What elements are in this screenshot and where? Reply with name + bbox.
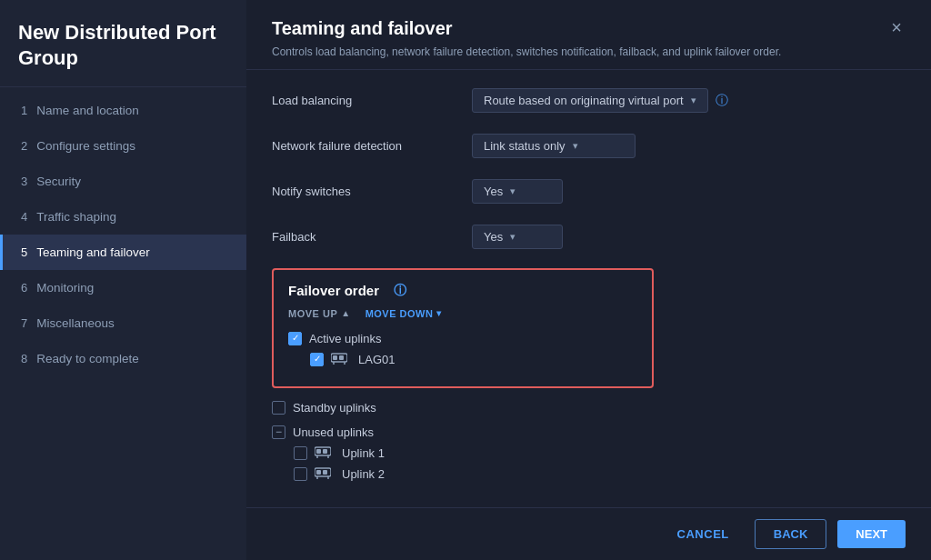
dialog-header-text: Teaming and failover Controls load balan… [272,18,781,60]
move-up-button[interactable]: MOVE UP ▲ [288,308,351,319]
sidebar-item-security[interactable]: 3 Security [0,164,246,199]
svg-rect-6 [316,449,321,454]
step-3-num: 3 [21,175,27,188]
sidebar-item-name-location[interactable]: 1 Name and location [0,93,246,128]
uplink1-row: Uplink 1 [272,443,906,464]
sidebar-item-label-7: Miscellaneous [36,316,115,330]
sidebar-item-configure-settings[interactable]: 2 Configure settings [0,128,246,164]
back-button[interactable]: BACK [755,519,827,549]
sidebar-item-teaming-failover[interactable]: 5 Teaming and failover [0,235,246,270]
notify-switches-control: Yes ▾ [472,179,563,204]
step-8-num: 8 [21,352,27,365]
sidebar-item-label-2: Configure settings [36,139,135,153]
main-dialog: Teaming and failover Controls load balan… [246,0,931,560]
load-balancing-control: Route based on originating virtual port … [472,88,728,113]
unused-uplinks-label: Unused uplinks [293,425,374,439]
lag01-checkbox[interactable] [310,353,324,366]
uplink2-label: Uplink 2 [342,467,385,481]
failback-row: Failback Yes ▾ [272,223,906,252]
load-balancing-select[interactable]: Route based on originating virtual port … [472,88,708,113]
load-balancing-value: Route based on originating virtual port [484,94,684,107]
svg-rect-1 [333,355,337,360]
step-2-num: 2 [21,139,27,153]
next-button[interactable]: NEXT [837,520,906,548]
unused-uplinks-row: Unused uplinks [272,422,906,443]
dialog-title: Teaming and failover [272,18,781,39]
failover-info-icon[interactable]: ⓘ [394,283,406,299]
load-balancing-info-icon[interactable]: ⓘ [716,93,728,109]
notify-switches-value: Yes [484,185,503,198]
dialog-footer: CANCEL BACK NEXT [246,507,931,560]
down-arrow-icon: ▾ [436,308,442,318]
sidebar-item-label-5: Teaming and failover [36,245,150,259]
network-failure-value: Link status only [484,139,566,153]
lag-icon [331,353,351,365]
dialog-body: Load balancing Route based on originatin… [246,70,931,507]
dialog-description: Controls load balancing, network failure… [272,45,781,60]
close-button[interactable]: × [887,18,906,36]
cancel-button[interactable]: CANCEL [663,520,744,548]
sidebar-item-traffic-shaping[interactable]: 4 Traffic shaping [0,199,246,235]
chevron-down-icon-3: ▾ [510,185,516,197]
sidebar-item-label-1: Name and location [36,104,139,117]
sidebar: New Distributed Port Group 1 Name and lo… [0,0,246,560]
standby-uplinks-section: Standby uplinks [272,397,906,418]
sidebar-item-miscellaneous[interactable]: 7 Miscellaneous [0,305,246,341]
move-up-label: MOVE UP [288,308,337,319]
sidebar-nav: 1 Name and location 2 Configure settings… [0,87,246,560]
failback-label: Failback [272,230,472,244]
svg-rect-12 [323,470,327,475]
move-down-label: MOVE DOWN [365,308,434,319]
notify-switches-label: Notify switches [272,185,472,198]
failback-control: Yes ▾ [472,225,563,249]
chevron-down-icon: ▾ [691,95,696,106]
uplink1-icon [315,446,335,459]
standby-uplinks-checkbox[interactable] [272,401,285,415]
move-controls: MOVE UP ▲ MOVE DOWN ▾ [288,308,637,319]
step-6-num: 6 [21,281,27,295]
sidebar-item-label-8: Ready to complete [36,352,139,365]
unused-uplinks-checkbox[interactable] [272,425,285,439]
failover-order-title: Failover order ⓘ [288,283,637,299]
notify-switches-select[interactable]: Yes ▾ [472,179,563,204]
step-7-num: 7 [21,316,27,330]
sidebar-title: New Distributed Port Group [0,0,246,87]
uplink1-label: Uplink 1 [342,446,385,460]
standby-uplinks-row: Standby uplinks [272,397,906,418]
standby-uplinks-label: Standby uplinks [293,401,376,415]
uplink2-checkbox[interactable] [294,467,307,481]
sidebar-item-label-3: Security [36,175,81,188]
uplink2-row: Uplink 2 [272,464,906,485]
active-uplinks-section: Active uplinks LAG01 [288,328,637,370]
active-uplinks-label: Active uplinks [309,332,381,345]
failover-order-box: Failover order ⓘ MOVE UP ▲ MOVE DOWN ▾ A… [272,268,654,388]
lag01-row: LAG01 [288,349,637,370]
uplink1-checkbox[interactable] [294,446,307,460]
load-balancing-row: Load balancing Route based on originatin… [272,86,906,115]
network-failure-control: Link status only ▾ [472,134,636,158]
unused-uplinks-section: Unused uplinks Uplink 1 [272,422,906,485]
network-failure-row: Network failure detection Link status on… [272,132,906,161]
chevron-down-icon-4: ▾ [510,231,516,243]
sidebar-item-label-4: Traffic shaping [36,210,116,224]
sidebar-item-label-6: Monitoring [36,281,94,295]
svg-rect-11 [316,470,321,475]
step-1-num: 1 [21,104,27,117]
active-uplinks-row: Active uplinks [288,328,637,349]
sidebar-item-monitoring[interactable]: 6 Monitoring [0,270,246,305]
dialog-header: Teaming and failover Controls load balan… [246,0,931,70]
sidebar-item-ready-complete[interactable]: 8 Ready to complete [0,341,246,376]
step-4-num: 4 [21,210,27,224]
network-failure-label: Network failure detection [272,139,472,153]
uplink2-icon [315,467,335,480]
svg-rect-2 [339,355,344,360]
active-uplinks-checkbox[interactable] [288,332,302,345]
network-failure-select[interactable]: Link status only ▾ [472,134,636,158]
lag01-label: LAG01 [358,353,395,366]
load-balancing-label: Load balancing [272,94,472,107]
move-down-button[interactable]: MOVE DOWN ▾ [365,308,442,319]
failback-select[interactable]: Yes ▾ [472,225,563,249]
svg-rect-7 [323,449,327,454]
chevron-down-icon-2: ▾ [573,140,578,152]
failback-value: Yes [484,230,503,244]
